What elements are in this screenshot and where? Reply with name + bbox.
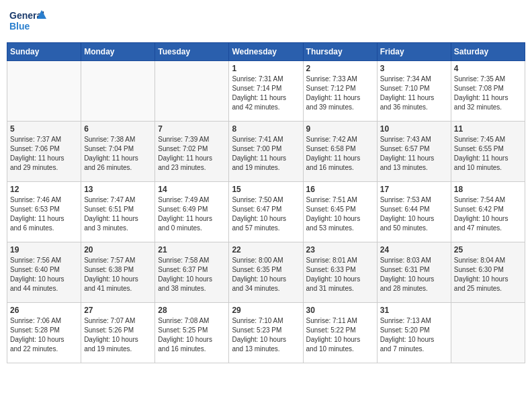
day-cell: 7Sunrise: 7:39 AM Sunset: 7:02 PM Daylig… (155, 122, 229, 182)
day-info: Sunrise: 7:31 AM Sunset: 7:14 PM Dayligh… (232, 75, 300, 112)
day-number: 9 (306, 124, 374, 134)
day-number: 11 (454, 124, 522, 134)
week-row-2: 5Sunrise: 7:37 AM Sunset: 7:06 PM Daylig… (7, 122, 525, 182)
day-number: 17 (380, 185, 448, 194)
day-cell: 11Sunrise: 7:45 AM Sunset: 6:55 PM Dayli… (451, 122, 525, 182)
col-header-saturday: Saturday (451, 43, 525, 61)
day-info: Sunrise: 7:58 AM Sunset: 6:37 PM Dayligh… (158, 256, 226, 293)
day-number: 14 (158, 185, 226, 194)
day-cell: 16Sunrise: 7:51 AM Sunset: 6:45 PM Dayli… (303, 182, 377, 242)
day-cell (81, 61, 155, 122)
day-cell: 2Sunrise: 7:33 AM Sunset: 7:12 PM Daylig… (303, 61, 377, 122)
day-info: Sunrise: 7:37 AM Sunset: 7:06 PM Dayligh… (10, 135, 78, 173)
day-number: 25 (454, 245, 522, 255)
day-info: Sunrise: 7:42 AM Sunset: 6:58 PM Dayligh… (306, 135, 374, 173)
day-cell: 26Sunrise: 7:06 AM Sunset: 5:28 PM Dayli… (7, 303, 81, 363)
day-info: Sunrise: 7:33 AM Sunset: 7:12 PM Dayligh… (306, 75, 374, 112)
day-cell: 8Sunrise: 7:41 AM Sunset: 7:00 PM Daylig… (229, 122, 303, 182)
day-info: Sunrise: 7:38 AM Sunset: 7:04 PM Dayligh… (84, 135, 152, 173)
day-info: Sunrise: 7:47 AM Sunset: 6:51 PM Dayligh… (84, 195, 152, 233)
day-info: Sunrise: 8:04 AM Sunset: 6:30 PM Dayligh… (454, 256, 522, 293)
day-number: 31 (380, 306, 448, 315)
day-cell: 17Sunrise: 7:53 AM Sunset: 6:44 PM Dayli… (377, 182, 451, 242)
day-cell: 31Sunrise: 7:13 AM Sunset: 5:20 PM Dayli… (377, 303, 451, 363)
col-header-friday: Friday (377, 43, 451, 61)
day-info: Sunrise: 7:43 AM Sunset: 6:57 PM Dayligh… (380, 135, 448, 173)
day-cell: 29Sunrise: 7:10 AM Sunset: 5:23 PM Dayli… (229, 303, 303, 363)
logo: General Blue (9, 7, 46, 37)
day-number: 27 (84, 306, 152, 315)
day-info: Sunrise: 7:54 AM Sunset: 6:42 PM Dayligh… (454, 195, 522, 233)
day-number: 20 (84, 245, 152, 255)
day-number: 8 (232, 124, 300, 134)
day-cell: 28Sunrise: 7:08 AM Sunset: 5:25 PM Dayli… (155, 303, 229, 363)
day-cell: 20Sunrise: 7:57 AM Sunset: 6:38 PM Dayli… (81, 242, 155, 303)
day-info: Sunrise: 7:41 AM Sunset: 7:00 PM Dayligh… (232, 135, 300, 173)
day-info: Sunrise: 7:51 AM Sunset: 6:45 PM Dayligh… (306, 195, 374, 233)
day-info: Sunrise: 7:56 AM Sunset: 6:40 PM Dayligh… (10, 256, 78, 293)
day-number: 5 (10, 124, 78, 134)
day-info: Sunrise: 7:39 AM Sunset: 7:02 PM Dayligh… (158, 135, 226, 173)
day-number: 6 (84, 124, 152, 134)
day-info: Sunrise: 7:45 AM Sunset: 6:55 PM Dayligh… (454, 135, 522, 173)
day-cell: 12Sunrise: 7:46 AM Sunset: 6:53 PM Dayli… (7, 182, 81, 242)
page-header: General Blue (7, 7, 525, 37)
day-info: Sunrise: 7:50 AM Sunset: 6:47 PM Dayligh… (232, 195, 300, 233)
day-info: Sunrise: 7:35 AM Sunset: 7:08 PM Dayligh… (454, 75, 522, 112)
day-number: 19 (10, 245, 78, 255)
day-info: Sunrise: 7:11 AM Sunset: 5:22 PM Dayligh… (306, 316, 374, 354)
day-info: Sunrise: 7:53 AM Sunset: 6:44 PM Dayligh… (380, 195, 448, 233)
day-number: 16 (306, 185, 374, 194)
day-info: Sunrise: 7:08 AM Sunset: 5:25 PM Dayligh… (158, 316, 226, 354)
day-info: Sunrise: 7:07 AM Sunset: 5:26 PM Dayligh… (84, 316, 152, 354)
day-cell: 23Sunrise: 8:01 AM Sunset: 6:33 PM Dayli… (303, 242, 377, 303)
day-number: 13 (84, 185, 152, 194)
day-info: Sunrise: 7:13 AM Sunset: 5:20 PM Dayligh… (380, 316, 448, 354)
day-cell: 15Sunrise: 7:50 AM Sunset: 6:47 PM Dayli… (229, 182, 303, 242)
day-cell: 22Sunrise: 8:00 AM Sunset: 6:35 PM Dayli… (229, 242, 303, 303)
day-cell: 27Sunrise: 7:07 AM Sunset: 5:26 PM Dayli… (81, 303, 155, 363)
col-header-sunday: Sunday (7, 43, 81, 61)
calendar-table: SundayMondayTuesdayWednesdayThursdayFrid… (7, 42, 525, 363)
day-cell (7, 61, 81, 122)
day-number: 7 (158, 124, 226, 134)
day-number: 22 (232, 245, 300, 255)
day-cell: 25Sunrise: 8:04 AM Sunset: 6:30 PM Dayli… (451, 242, 525, 303)
week-row-3: 12Sunrise: 7:46 AM Sunset: 6:53 PM Dayli… (7, 182, 525, 242)
day-cell: 6Sunrise: 7:38 AM Sunset: 7:04 PM Daylig… (81, 122, 155, 182)
day-number: 18 (454, 185, 522, 194)
day-cell: 30Sunrise: 7:11 AM Sunset: 5:22 PM Dayli… (303, 303, 377, 363)
day-number: 10 (380, 124, 448, 134)
day-info: Sunrise: 7:49 AM Sunset: 6:49 PM Dayligh… (158, 195, 226, 233)
day-number: 30 (306, 306, 374, 315)
day-cell: 13Sunrise: 7:47 AM Sunset: 6:51 PM Dayli… (81, 182, 155, 242)
day-info: Sunrise: 7:06 AM Sunset: 5:28 PM Dayligh… (10, 316, 78, 354)
day-info: Sunrise: 7:10 AM Sunset: 5:23 PM Dayligh… (232, 316, 300, 354)
day-number: 3 (380, 64, 448, 73)
week-row-1: 1Sunrise: 7:31 AM Sunset: 7:14 PM Daylig… (7, 61, 525, 122)
day-number: 1 (232, 64, 300, 73)
day-cell: 5Sunrise: 7:37 AM Sunset: 7:06 PM Daylig… (7, 122, 81, 182)
day-number: 4 (454, 64, 522, 73)
day-cell: 14Sunrise: 7:49 AM Sunset: 6:49 PM Dayli… (155, 182, 229, 242)
day-cell: 3Sunrise: 7:34 AM Sunset: 7:10 PM Daylig… (377, 61, 451, 122)
day-info: Sunrise: 7:46 AM Sunset: 6:53 PM Dayligh… (10, 195, 78, 233)
day-number: 23 (306, 245, 374, 255)
col-header-monday: Monday (81, 43, 155, 61)
day-info: Sunrise: 7:57 AM Sunset: 6:38 PM Dayligh… (84, 256, 152, 293)
day-cell: 4Sunrise: 7:35 AM Sunset: 7:08 PM Daylig… (451, 61, 525, 122)
day-number: 21 (158, 245, 226, 255)
day-cell (451, 303, 525, 363)
day-info: Sunrise: 8:03 AM Sunset: 6:31 PM Dayligh… (380, 256, 448, 293)
week-row-4: 19Sunrise: 7:56 AM Sunset: 6:40 PM Dayli… (7, 242, 525, 303)
day-cell: 10Sunrise: 7:43 AM Sunset: 6:57 PM Dayli… (377, 122, 451, 182)
col-header-tuesday: Tuesday (155, 43, 229, 61)
day-cell: 9Sunrise: 7:42 AM Sunset: 6:58 PM Daylig… (303, 122, 377, 182)
day-info: Sunrise: 8:00 AM Sunset: 6:35 PM Dayligh… (232, 256, 300, 293)
day-number: 29 (232, 306, 300, 315)
week-row-5: 26Sunrise: 7:06 AM Sunset: 5:28 PM Dayli… (7, 303, 525, 363)
day-number: 15 (232, 185, 300, 194)
svg-text:Blue: Blue (9, 21, 30, 32)
day-cell (155, 61, 229, 122)
day-number: 2 (306, 64, 374, 73)
